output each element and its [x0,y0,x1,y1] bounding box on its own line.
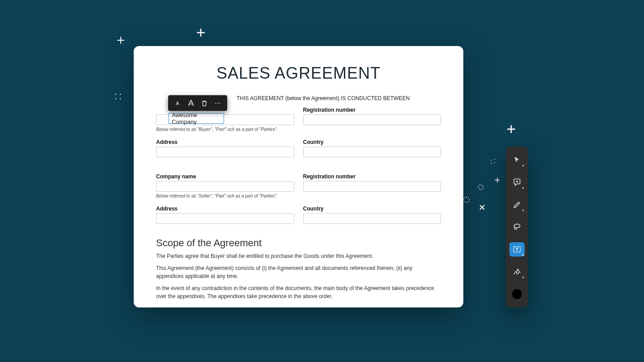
buyer-address-label: Address [156,139,294,145]
textbox-tool[interactable] [509,242,525,257]
sparkle-icon [196,28,206,38]
scope-heading: Scope of the Agreement [156,237,441,249]
sparkle-icon [114,93,122,100]
font-size-small-button[interactable]: A [172,98,183,109]
svg-point-17 [466,197,467,198]
buyer-regnum-field[interactable] [303,114,441,125]
seller-address-field[interactable] [156,213,294,224]
svg-point-11 [494,159,495,160]
more-button[interactable] [212,98,223,109]
scope-p2: This Agreement (the Agreement) consists … [156,265,441,280]
svg-point-5 [120,94,121,95]
svg-point-13 [494,162,495,163]
active-text-box[interactable]: Awesome Company [169,113,224,124]
sparkle-icon [462,196,470,204]
lasso-icon [513,223,521,232]
svg-point-32 [514,224,520,227]
select-tool[interactable] [509,153,525,167]
svg-point-6 [115,98,116,99]
active-text-value: Awesome Company [172,112,221,125]
seller-helper-text: Below referred to as "Seller", "Part" oc… [156,194,441,198]
svg-point-23 [464,202,465,202]
note-plus-icon [513,178,521,187]
buyer-regnum-label: Registration number [303,107,441,113]
document-title: SALES AGREEMENT [156,64,441,83]
pencil-icon [513,200,521,209]
seller-regnum-label: Registration number [303,173,441,180]
trash-icon [201,100,208,107]
seller-country-label: Country [303,206,441,212]
sparkle-icon [494,177,501,184]
svg-point-10 [491,160,491,160]
svg-line-25 [480,205,484,210]
more-horizontal-icon [214,100,221,107]
sparkle-icon [116,36,125,45]
lasso-tool[interactable] [509,220,525,234]
seller-company-label: Company name [156,173,294,180]
signature-icon [513,267,521,276]
color-swatch[interactable] [509,287,525,301]
buyer-country-label: Country [303,139,441,145]
svg-point-22 [468,198,469,198]
svg-point-19 [466,202,467,203]
buyer-country-field[interactable] [303,147,441,157]
annotation-toolbar [506,147,528,307]
delete-button[interactable] [199,98,210,109]
svg-point-16 [479,185,483,190]
seller-company-field[interactable] [156,181,294,192]
note-tool[interactable] [509,175,525,189]
seller-country-field[interactable] [303,213,441,224]
svg-point-24 [468,202,469,202]
color-dot-icon [512,289,522,299]
sparkle-icon [506,124,516,134]
sparkle-icon [479,204,486,211]
scope-p3: In the event of any contradiction in the… [156,285,441,300]
font-size-large-button[interactable]: A [186,98,196,109]
sparkle-icon [490,158,496,164]
textbox-icon [513,245,521,254]
svg-point-18 [469,199,470,200]
text-mini-toolbar: A A [168,95,227,111]
seller-address-label: Address [156,206,294,212]
draw-tool[interactable] [509,198,525,212]
svg-point-27 [215,102,216,103]
sparkle-icon [477,183,485,191]
svg-point-12 [491,163,492,164]
scope-p1: The Parties agree that Buyer shall be en… [156,253,441,260]
document-page: SALES AGREEMENT THIS AGREEMENT (below th… [134,46,463,307]
svg-point-7 [120,98,121,99]
seller-regnum-field[interactable] [303,181,441,192]
svg-point-29 [220,102,220,103]
sign-tool[interactable] [509,265,525,279]
svg-point-21 [464,198,465,198]
buyer-helper-text: Below referred to as "Buyer", "Part" och… [156,127,441,132]
buyer-address-field[interactable] [156,147,294,157]
cursor-icon [513,156,521,164]
svg-point-28 [217,102,218,103]
svg-point-4 [115,94,116,95]
svg-line-26 [480,205,484,210]
